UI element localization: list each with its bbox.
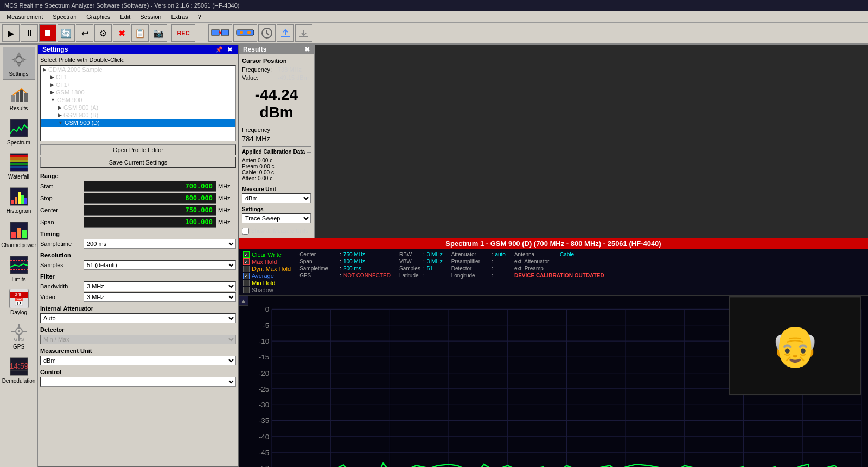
arrow-gsm900: ▼ — [50, 97, 55, 103]
attenuator-select[interactable]: Auto 0 dB 10 dB — [40, 313, 236, 323]
settings-pin-button[interactable]: 📌 — [214, 46, 225, 53]
sampletime-select[interactable]: 200 ms 100 ms 500 ms 1000 ms — [84, 239, 236, 249]
range-span-value[interactable]: 100.000 — [84, 217, 216, 228]
profile-gsm900d-label: GSM 900 (D) — [65, 119, 100, 126]
limits-icon — [9, 255, 29, 275]
svg-rect-20 — [10, 157, 28, 160]
toolbar-download[interactable] — [295, 24, 312, 42]
toolbar-rec[interactable]: REC — [171, 24, 195, 42]
range-start-label: Start — [40, 183, 84, 190]
menu-help[interactable]: ? — [194, 12, 206, 21]
samples-select[interactable]: 51 (default) 101 201 — [84, 260, 236, 270]
sidebar-item-waterfall[interactable]: Waterfall — [3, 149, 35, 182]
spectrum-chart[interactable]: 0 -5 -10 -15 -20 -25 -30 -35 -40 -45 -50… — [239, 296, 868, 467]
range-stop-value[interactable]: 800.000 — [84, 193, 216, 204]
sidebar-item-histogram[interactable]: Histogram — [3, 184, 35, 217]
open-profile-editor-button[interactable]: Open Profile Editor — [40, 144, 236, 155]
sidebar-item-gps[interactable]: GPS GPS — [3, 319, 35, 352]
sidebar-item-demodulation[interactable]: 14:59 Demodulation — [3, 354, 35, 387]
measurement-unit-select[interactable]: dBm dBµV dBmV — [40, 356, 236, 365]
longitude-value: - — [495, 273, 496, 279]
menu-graphics[interactable]: Graphics — [82, 12, 114, 21]
legend-max-hold[interactable]: Max Hold — [243, 258, 291, 265]
chart-scroll-up-button[interactable]: ▲ — [239, 296, 248, 306]
toolbar-stop[interactable]: ⏹ — [39, 24, 56, 42]
legend-average-checkbox[interactable] — [243, 273, 250, 279]
profile-gsm900[interactable]: ▼ GSM 900 — [41, 96, 235, 104]
spectrum-area: Spectrum 1 - GSM 900 (D) (700 MHz - 800 … — [239, 238, 868, 467]
profile-gsm900a[interactable]: ▶ GSM 900 (A) — [41, 104, 235, 111]
menu-edit[interactable]: Edit — [116, 12, 135, 21]
spectrum-params-col2: RBW : 3 MHz VBW : 3 MHz Samples : 51 — [399, 251, 443, 279]
show-measures-row: Show all Measure Units — [242, 228, 311, 235]
bandwidth-select[interactable]: 3 MHz 1 MHz 10 MHz — [84, 281, 236, 291]
legend-min-hold-checkbox[interactable] — [243, 280, 250, 286]
svg-rect-1 — [221, 30, 229, 35]
toolbar-close[interactable]: ✖ — [113, 24, 130, 42]
chart-area: ▲ ▼ — [239, 296, 868, 467]
legend-shadow[interactable]: Shadow — [243, 287, 291, 293]
sidebar-item-limits[interactable]: Limits — [3, 252, 35, 285]
profile-ct1plus[interactable]: ▶ CT1+ — [41, 81, 235, 89]
spectrum-info-bar: Clear Write Max Hold Dyn. Max Hold Avera… — [239, 249, 868, 296]
ext-attenuator-key: ext. Attenuator — [514, 258, 558, 264]
menu-extras[interactable]: Extras — [167, 12, 192, 21]
legend-clear-write[interactable]: Clear Write — [243, 251, 291, 258]
longitude-key: Longitude — [451, 273, 489, 279]
toolbar-play[interactable]: ▶ — [2, 24, 20, 42]
legend-dyn-max-hold[interactable]: Dyn. Max Hold — [243, 266, 291, 272]
profile-cdma[interactable]: ▶ CDMA 2000 Sample — [41, 66, 235, 73]
svg-rect-29 — [21, 195, 24, 204]
control-select[interactable] — [40, 377, 236, 387]
svg-line-3 — [220, 31, 221, 34]
results-close-button[interactable]: ✖ — [304, 46, 310, 53]
menu-measurement[interactable]: Measurement — [2, 12, 47, 21]
profile-ct1[interactable]: ▶ CT1 — [41, 73, 235, 81]
save-current-settings-button[interactable]: Save Current Settings — [40, 157, 236, 168]
profile-gsm1800[interactable]: ▶ GSM 1800 — [41, 89, 235, 96]
toolbar-settings[interactable]: ⚙ — [94, 24, 112, 42]
legend-dyn-max-hold-checkbox[interactable] — [243, 266, 250, 272]
range-start-value[interactable]: 700.000 — [84, 181, 216, 192]
sidebar-item-spectrum[interactable]: Spectrum — [3, 115, 35, 148]
range-center-value[interactable]: 750.000 — [84, 205, 216, 216]
arrow-ct1: ▶ — [50, 74, 54, 80]
toolbar-undo[interactable]: ↩ — [76, 24, 93, 42]
video-select[interactable]: 3 MHz 1 MHz 10 MHz — [84, 292, 236, 302]
control-section-label: Control — [40, 369, 236, 375]
legend-max-hold-checkbox[interactable] — [243, 258, 250, 265]
menu-session[interactable]: Session — [136, 12, 165, 21]
settings-close-button[interactable]: ✖ — [226, 46, 234, 53]
trace-sweep-select[interactable]: Trace Sweep Peak Hold — [242, 213, 311, 223]
profile-tree[interactable]: ▶ CDMA 2000 Sample ▶ CT1 ▶ CT1+ ▶ GSM 18… — [40, 65, 236, 141]
detector-select[interactable]: Min / Max — [40, 335, 236, 344]
toolbar-upload[interactable] — [277, 24, 294, 42]
show-all-measures-checkbox[interactable] — [242, 228, 249, 235]
toolbar-save[interactable] — [258, 24, 276, 42]
profile-gsm900d[interactable]: ▼ GSM 900 (D) — [41, 119, 235, 127]
legend-min-hold[interactable]: Min Hold — [243, 280, 291, 286]
svg-point-8 — [16, 56, 22, 63]
toolbar-pause[interactable]: ⏸ — [21, 24, 38, 42]
toolbar-camera[interactable]: 📷 — [150, 24, 167, 42]
toolbar-refresh[interactable]: 🔄 — [58, 24, 75, 42]
settings-section: Settings Trace Sweep Peak Hold — [242, 206, 311, 225]
sidebar-item-results[interactable]: Results — [3, 81, 35, 114]
menu-spectran[interactable]: Spectran — [48, 12, 81, 21]
sidebar-item-channelpower[interactable]: Channelpower — [3, 218, 35, 251]
toolbar-clipboard[interactable]: 📋 — [131, 24, 149, 42]
sidebar-item-daylog[interactable]: 24h 📅 Daylog — [3, 286, 35, 318]
legend-average[interactable]: Average — [243, 273, 291, 279]
bandwidth-row: Bandwidth 3 MHz 1 MHz 10 MHz — [40, 281, 236, 291]
svg-text:-45: -45 — [259, 449, 269, 457]
attenuator-info-key: Attenuator — [451, 251, 489, 257]
measure-unit-select[interactable]: dBm dBµV — [242, 193, 311, 203]
measurement-unit-section-label: Measurement Unit — [40, 348, 236, 354]
svg-text:-50: -50 — [259, 464, 269, 467]
toolbar-network2[interactable] — [233, 24, 257, 42]
profile-gsm900b[interactable]: ▶ GSM 900 (B) — [41, 111, 235, 119]
toolbar-network1[interactable] — [208, 24, 232, 42]
legend-shadow-checkbox[interactable] — [243, 287, 250, 293]
legend-clear-write-checkbox[interactable] — [243, 251, 250, 258]
sidebar-item-settings[interactable]: Settings — [3, 47, 35, 80]
